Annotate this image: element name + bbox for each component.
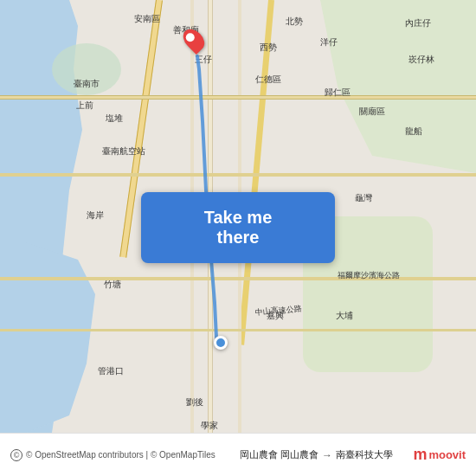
label-guiwan: 龜灣 [355,192,372,204]
label-yanfen: 塩堆 [106,113,123,125]
label-tainan: 臺南市 [74,78,100,90]
bottom-bar: © © OpenStreetMap contributors | © OpenM… [0,433,476,476]
copyright-icon: © [10,449,23,461]
road-horizontal-3 [0,277,476,280]
route-to: 南臺科技大學 [336,448,393,461]
map-container: 安南區 善和廟 臺南市 北勢 洋仔 西勢 仁德區 歸仁區 關廟區 龍船 上前 三… [0,0,476,433]
route-info: 岡山農會 岡山農會 → 南臺科技大學 [220,448,414,461]
label-xiying: 西勢 [260,42,277,54]
road-horizontal-1 [0,95,476,100]
take-me-there-button[interactable]: Take me there [141,192,335,263]
moovit-logo: m moovit [413,446,466,464]
label-airport: 臺南航空站 [102,145,145,158]
label-gangkou: 管港口 [98,365,124,377]
label-annan: 安南區 [134,13,160,25]
label-xiyang: 洋仔 [320,36,338,48]
label-shangbei: 上前 [76,100,93,112]
copyright-text: © OpenStreetMap contributors | © OpenMap… [26,450,220,460]
route-from: 岡山農會 岡山農會 [240,448,318,461]
label-fuling: 福爾摩沙濱海公路 [338,270,400,281]
label-xuejia: 學家 [201,420,218,432]
start-marker [214,336,228,350]
label-neizhuang: 內庄仔 [405,17,431,29]
label-rende: 仁德區 [255,74,281,86]
label-zhutang: 竹塘 [104,279,121,291]
label-longchuan: 龍船 [405,125,422,138]
moovit-icon: m [413,446,427,464]
moovit-text: moovit [428,448,466,461]
label-guanmiao: 關廟區 [359,106,385,118]
label-haian: 海岸 [87,209,104,222]
road-horizontal-4 [0,329,476,331]
route-arrow-icon: → [322,449,332,461]
label-guiren: 歸仁區 [325,87,351,99]
label-beishi: 北勢 [286,16,303,28]
label-dapu: 大埔 [336,310,353,322]
label-liuhou: 劉後 [186,396,203,408]
label-caozilang: 崁仔林 [408,54,434,66]
label-sandui: 三仔 [195,54,212,66]
road-horizontal-2 [0,173,476,177]
